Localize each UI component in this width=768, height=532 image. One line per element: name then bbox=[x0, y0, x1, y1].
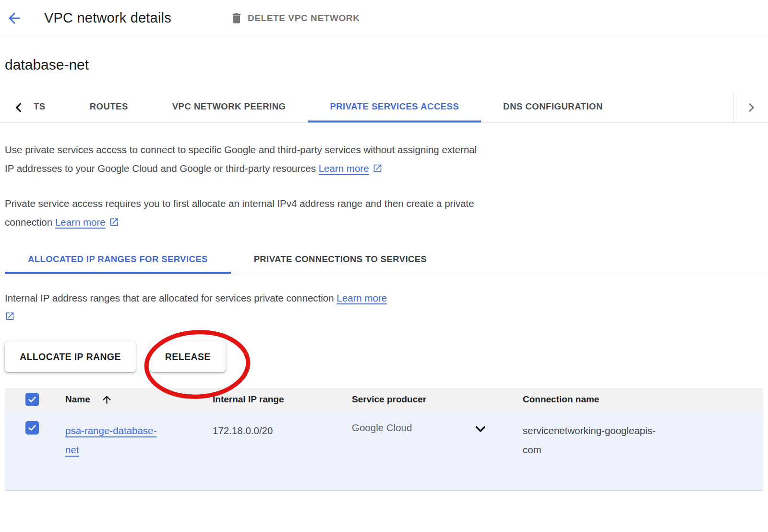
tabs-scroll-right-button[interactable] bbox=[733, 92, 768, 122]
chevron-left-icon bbox=[12, 101, 25, 114]
column-header-service-producer: Service producer bbox=[352, 394, 523, 405]
delete-vpc-network-label: DELETE VPC NETWORK bbox=[248, 13, 360, 24]
internal-ip-range-value: 172.18.0.0/20 bbox=[213, 425, 273, 436]
psa-intro-text: Use private services access to connect t… bbox=[5, 144, 477, 174]
external-link-icon bbox=[5, 312, 15, 323]
chevron-right-icon bbox=[745, 101, 757, 114]
row-expand-button[interactable] bbox=[473, 421, 488, 436]
tab-routes[interactable]: ROUTES bbox=[68, 92, 150, 122]
tab-vpc-network-peering[interactable]: VPC NETWORK PEERING bbox=[150, 92, 308, 122]
delete-vpc-network-button[interactable]: DELETE VPC NETWORK bbox=[230, 12, 360, 25]
allocated-ip-ranges-table: Name Internal IP range Service producer … bbox=[5, 388, 763, 491]
tab-private-services-access[interactable]: PRIVATE SERVICES ACCESS bbox=[308, 92, 481, 122]
actions-row: ALLOCATE IP RANGE RELEASE bbox=[5, 341, 768, 372]
allocate-ip-range-button[interactable]: ALLOCATE IP RANGE bbox=[5, 341, 136, 372]
learn-more-link-allocated[interactable]: Learn more bbox=[336, 292, 387, 303]
select-all-checkbox[interactable] bbox=[25, 393, 39, 406]
chevron-down-icon bbox=[473, 421, 488, 436]
external-link-icon bbox=[109, 214, 119, 233]
tab-subnets-partial[interactable]: TS bbox=[34, 92, 68, 122]
service-producer-value: Google Cloud bbox=[352, 421, 412, 435]
tab-bar-spacer bbox=[625, 92, 733, 122]
tab-dns-configuration[interactable]: DNS CONFIGURATION bbox=[481, 92, 625, 122]
top-bar: VPC network details DELETE VPC NETWORK bbox=[0, 0, 768, 36]
external-link-icon bbox=[372, 160, 383, 179]
learn-more-link-requirements[interactable]: Learn more bbox=[55, 217, 106, 228]
table-row-psa-range: psa-range-database-net 172.18.0.0/20 Goo… bbox=[5, 411, 763, 491]
column-header-name[interactable]: Name bbox=[65, 394, 213, 406]
tabs-scroll-left-button[interactable] bbox=[0, 92, 37, 122]
learn-more-link-psa[interactable]: Learn more bbox=[319, 163, 369, 174]
network-name-title: database-net bbox=[5, 57, 768, 73]
column-header-connection-name: Connection name bbox=[523, 394, 763, 405]
back-arrow-icon bbox=[6, 10, 23, 27]
column-header-name-label: Name bbox=[65, 394, 90, 405]
checkmark-icon bbox=[27, 423, 37, 433]
connection-name-value: servicenetworking-googleapis-com bbox=[523, 421, 667, 459]
column-header-internal-ip-range: Internal IP range bbox=[213, 394, 352, 405]
allocated-ranges-description: Internal IP address ranges that are allo… bbox=[5, 289, 768, 327]
release-button[interactable]: RELEASE bbox=[150, 341, 226, 372]
subtab-private-connections[interactable]: PRIVATE CONNECTIONS TO SERVICES bbox=[231, 246, 450, 274]
back-button[interactable] bbox=[5, 9, 24, 28]
allocated-ranges-description-text: Internal IP address ranges that are allo… bbox=[5, 292, 334, 303]
range-name-link[interactable]: psa-range-database-net bbox=[65, 421, 164, 459]
checkmark-icon bbox=[27, 395, 37, 404]
trash-icon bbox=[230, 12, 243, 25]
psa-intro-paragraph: Use private services access to connect t… bbox=[5, 140, 486, 179]
page-header-title: VPC network details bbox=[44, 10, 171, 26]
sort-ascending-icon bbox=[101, 394, 113, 406]
row-checkbox[interactable] bbox=[25, 421, 39, 435]
table-header-row: Name Internal IP range Service producer … bbox=[5, 388, 763, 411]
subtab-allocated-ip-ranges[interactable]: ALLOCATED IP RANGES FOR SERVICES bbox=[5, 246, 231, 274]
psa-sub-tab-bar: ALLOCATED IP RANGES FOR SERVICES PRIVATE… bbox=[0, 246, 768, 274]
psa-requirements-paragraph: Private service access requires you to f… bbox=[5, 194, 486, 233]
main-tab-bar: TS ROUTES VPC NETWORK PEERING PRIVATE SE… bbox=[0, 92, 768, 123]
